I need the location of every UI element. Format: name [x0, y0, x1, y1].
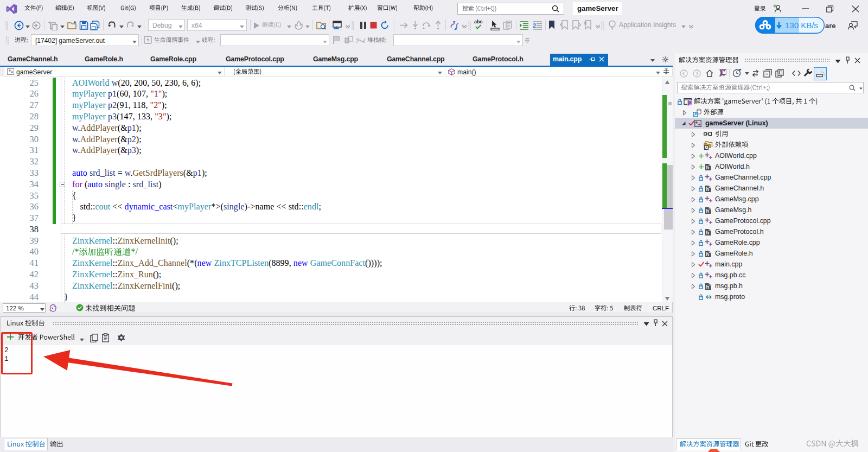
svg-text:h: h [706, 284, 710, 290]
svg-text:h: h [706, 208, 710, 214]
svg-text:130 KB/s: 130 KB/s [785, 21, 818, 30]
svg-text:h: h [706, 165, 710, 170]
svg-text:2: 2 [533, 22, 536, 29]
svg-text:h: h [706, 252, 710, 257]
svg-text:h: h [706, 187, 710, 192]
svg-text:h: h [706, 230, 710, 235]
